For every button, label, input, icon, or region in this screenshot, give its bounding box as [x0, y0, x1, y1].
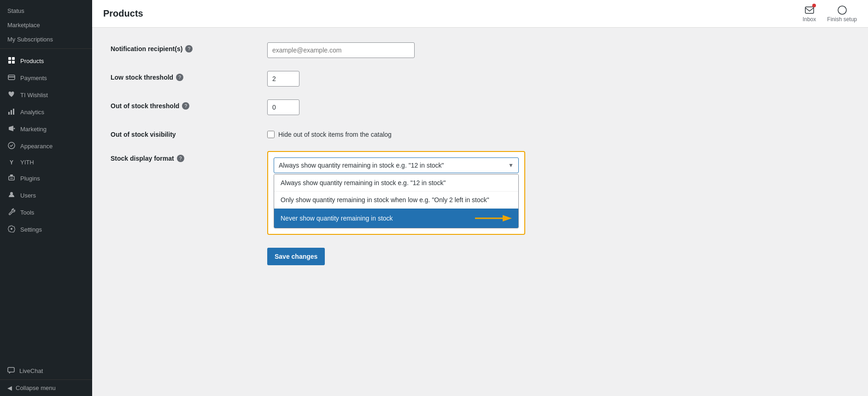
- out-of-stock-threshold-input[interactable]: [267, 99, 299, 115]
- notification-label-wrap: Notification recipient(s) ?: [111, 42, 258, 52]
- collapse-menu-button[interactable]: ◀ Collapse menu: [0, 379, 92, 396]
- chevron-down-icon: ▼: [508, 162, 514, 169]
- svg-rect-7: [11, 110, 12, 115]
- svg-rect-3: [12, 61, 15, 64]
- yith-icon: Y: [7, 159, 16, 166]
- inbox-icon: [804, 5, 815, 15]
- inbox-label: Inbox: [803, 16, 816, 23]
- stock-display-dropdown-area: Always show quantity remaining in stock …: [267, 151, 525, 235]
- hide-catalog-checkbox[interactable]: [267, 131, 275, 138]
- inbox-button[interactable]: Inbox: [803, 5, 816, 23]
- svg-point-15: [838, 6, 846, 14]
- sidebar-nav: Products Payments TI Wishlist Analytics …: [0, 49, 92, 362]
- payments-icon: [7, 74, 16, 82]
- sidebar-item-ti-wishlist[interactable]: TI Wishlist: [0, 87, 92, 104]
- sidebar-item-tools[interactable]: Tools: [0, 204, 92, 221]
- sidebar: Status Marketplace My Subscriptions Prod…: [0, 0, 92, 396]
- stock-option-low[interactable]: Only show quantity remaining in stock wh…: [274, 192, 518, 209]
- stock-display-label-wrap: Stock display format ?: [111, 151, 258, 162]
- svg-rect-8: [13, 109, 14, 115]
- sidebar-item-settings[interactable]: Settings: [0, 221, 92, 238]
- orange-arrow-icon: [475, 213, 512, 223]
- sidebar-item-products[interactable]: Products: [0, 52, 92, 70]
- sidebar-top: Status Marketplace My Subscriptions: [0, 0, 92, 49]
- out-of-stock-visibility-row: Out of stock visibility Hide out of stoc…: [111, 128, 525, 138]
- stock-display-label: Stock display format: [111, 155, 174, 162]
- out-of-stock-visibility-label-wrap: Out of stock visibility: [111, 128, 258, 138]
- stock-option-never-label: Never show quantity remaining in stock: [281, 215, 393, 222]
- notification-recipient-input[interactable]: [267, 42, 415, 58]
- stock-option-always[interactable]: Always show quantity remaining in stock …: [274, 175, 518, 192]
- settings-icon: [7, 225, 16, 234]
- users-icon: [7, 191, 16, 200]
- low-stock-row: Low stock threshold ?: [111, 71, 525, 87]
- page-title: Products: [103, 8, 143, 19]
- sidebar-item-yith[interactable]: Y YITH: [0, 155, 92, 170]
- svg-rect-6: [8, 112, 10, 115]
- main-content: Products Inbox Finish setup: [92, 0, 868, 396]
- topbar: Products Inbox Finish setup: [92, 0, 868, 28]
- marketing-icon: [7, 125, 16, 134]
- sidebar-item-marketing[interactable]: Marketing: [0, 121, 92, 138]
- wishlist-icon: [7, 91, 16, 99]
- out-of-stock-threshold-label: Out of stock threshold: [111, 102, 179, 110]
- stock-display-row: Stock display format ? Always show quant…: [111, 151, 525, 235]
- notification-help-icon[interactable]: ?: [185, 45, 193, 52]
- sidebar-item-ti-wishlist-label: TI Wishlist: [20, 92, 48, 99]
- products-icon: [7, 57, 16, 65]
- analytics-icon: [7, 108, 16, 116]
- finish-setup-button[interactable]: Finish setup: [827, 5, 857, 23]
- svg-rect-14: [8, 367, 14, 372]
- sidebar-item-marketplace[interactable]: Marketplace: [0, 18, 92, 32]
- low-stock-help-icon[interactable]: ?: [176, 74, 183, 81]
- sidebar-item-users-label: Users: [20, 192, 36, 199]
- save-changes-button[interactable]: Save changes: [267, 248, 325, 265]
- low-stock-label: Low stock threshold: [111, 74, 173, 81]
- plugins-icon: [7, 174, 16, 183]
- out-of-stock-threshold-help-icon[interactable]: ?: [182, 102, 189, 110]
- sidebar-item-appearance[interactable]: Appearance: [0, 138, 92, 155]
- sidebar-item-plugins[interactable]: Plugins: [0, 170, 92, 187]
- out-of-stock-visibility-label: Out of stock visibility: [111, 131, 176, 138]
- low-stock-input[interactable]: [267, 71, 299, 87]
- sidebar-item-my-subscriptions[interactable]: My Subscriptions: [0, 32, 92, 47]
- topbar-actions: Inbox Finish setup: [803, 5, 857, 23]
- svg-rect-1: [12, 57, 15, 60]
- svg-rect-0: [8, 57, 11, 60]
- sidebar-item-status[interactable]: Status: [0, 4, 92, 18]
- hide-catalog-label: Hide out of stock items from the catalog: [278, 131, 392, 138]
- save-row: Save changes: [111, 248, 525, 265]
- form-section: Notification recipient(s) ? Low stock th…: [111, 42, 525, 265]
- save-label-spacer: [111, 248, 258, 250]
- hide-catalog-wrap: Hide out of stock items from the catalog: [267, 128, 392, 138]
- svg-rect-2: [8, 61, 11, 64]
- svg-point-9: [14, 128, 15, 129]
- sidebar-item-analytics[interactable]: Analytics: [0, 104, 92, 121]
- stock-display-select[interactable]: Always show quantity remaining in stock …: [274, 157, 519, 173]
- sidebar-item-tools-label: Tools: [20, 209, 34, 216]
- collapse-icon: ◀: [7, 384, 12, 391]
- sidebar-item-payments[interactable]: Payments: [0, 70, 92, 87]
- stock-display-options: Always show quantity remaining in stock …: [274, 174, 519, 228]
- stock-display-help-icon[interactable]: ?: [177, 155, 184, 162]
- appearance-icon: [7, 142, 16, 151]
- collapse-label: Collapse menu: [16, 384, 56, 391]
- livechat-icon: [7, 367, 15, 375]
- sidebar-item-users[interactable]: Users: [0, 187, 92, 204]
- inbox-notification-badge: [812, 4, 816, 7]
- sidebar-item-appearance-label: Appearance: [20, 143, 53, 150]
- sidebar-item-payments-label: Payments: [20, 75, 47, 82]
- sidebar-item-plugins-label: Plugins: [20, 175, 40, 182]
- content-area: Notification recipient(s) ? Low stock th…: [92, 28, 868, 396]
- stock-display-selected-text: Always show quantity remaining in stock …: [279, 162, 444, 169]
- out-of-stock-threshold-label-wrap: Out of stock threshold ?: [111, 99, 258, 110]
- sidebar-item-products-label: Products: [20, 58, 44, 64]
- notification-recipient-row: Notification recipient(s) ?: [111, 42, 525, 58]
- sidebar-item-livechat[interactable]: LiveChat: [0, 362, 92, 379]
- stock-option-never[interactable]: Never show quantity remaining in stock: [274, 209, 518, 228]
- svg-rect-5: [8, 76, 15, 77]
- sidebar-item-settings-label: Settings: [20, 226, 42, 233]
- finish-setup-label: Finish setup: [827, 16, 857, 23]
- out-of-stock-threshold-row: Out of stock threshold ?: [111, 99, 525, 115]
- sidebar-item-yith-label: YITH: [20, 159, 34, 166]
